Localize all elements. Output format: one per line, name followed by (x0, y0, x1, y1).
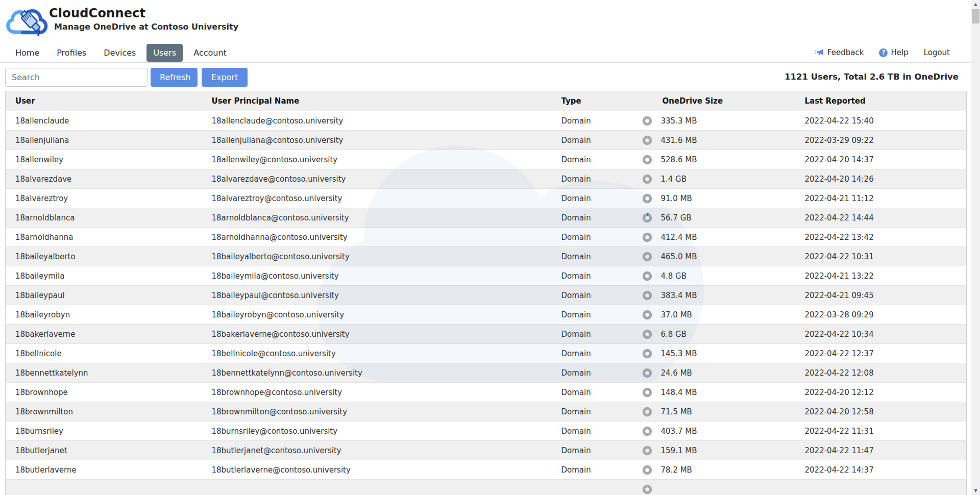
scroll-down-arrow-icon[interactable]: ▼ (971, 486, 980, 495)
last-reported-cell (805, 480, 967, 495)
size-text: 56.7 GB (661, 213, 692, 222)
table-row[interactable]: 18baileypaul 18baileypaul@contoso.univer… (6, 286, 967, 305)
megaphone-icon (815, 49, 824, 57)
column-header-last-reported[interactable]: Last Reported (805, 91, 967, 111)
size-text: 148.4 MB (661, 388, 697, 397)
user-cell: 18burnsriley (6, 422, 212, 441)
nav-tab-profiles[interactable]: Profiles (50, 44, 93, 62)
cloudconnect-logo-icon (4, 3, 48, 36)
table-row[interactable]: 18allenwiley 18allenwiley@contoso.univer… (6, 150, 967, 169)
onedrive-usage-donut-icon (642, 213, 652, 223)
last-reported-cell: 2022-04-22 11:31 (805, 422, 967, 441)
table-toolbar: Refresh Export 1121 Users, Total 2.6 TB … (0, 63, 980, 91)
upn-cell: 18burnsriley@contoso.university (212, 422, 561, 441)
user-cell: 18baileyrobyn (6, 305, 212, 325)
size-text: 4.8 GB (661, 271, 687, 281)
size-text: 91.0 MB (661, 194, 692, 203)
user-cell: 18arnoldhanna (6, 228, 212, 247)
table-row[interactable]: 18allenclaude 18allenclaude@contoso.univ… (6, 111, 967, 131)
table-row[interactable]: 18brownhope 18brownhope@contoso.universi… (6, 383, 967, 402)
size-text: 403.7 MB (661, 427, 697, 436)
table-row[interactable]: 18brownmilton 18brownmilton@contoso.univ… (6, 402, 967, 422)
type-cell: Domain (561, 169, 638, 189)
app-title: CloudConnect (49, 6, 238, 20)
size-text: 159.1 MB (661, 446, 697, 455)
upn-cell: 18baileypaul@contoso.university (212, 286, 561, 305)
table-row[interactable]: 18alvarezdave 18alvarezdave@contoso.univ… (6, 169, 967, 189)
onedrive-usage-donut-icon (642, 135, 652, 145)
upn-cell (212, 480, 561, 495)
table-row[interactable]: 18baileymila 18baileymila@contoso.univer… (6, 266, 967, 286)
type-cell: Domain (561, 325, 638, 344)
type-cell: Domain (561, 305, 638, 325)
table-row[interactable]: 18bakerlaverne 18bakerlaverne@contoso.un… (6, 325, 967, 344)
nav-utility-links: Feedback ? Help Logout (815, 43, 950, 62)
user-cell: 18bennettkatelynn (6, 363, 212, 383)
table-row[interactable]: 18baileyalberto 18baileyalberto@contoso.… (6, 247, 967, 266)
last-reported-cell: 2022-04-22 12:08 (805, 363, 967, 383)
size-text: 335.3 MB (661, 116, 697, 126)
column-header-user[interactable]: User (6, 91, 212, 111)
table-row[interactable] (6, 480, 967, 495)
table-row[interactable]: 18alvareztroy 18alvareztroy@contoso.univ… (6, 189, 967, 208)
column-header-upn[interactable]: User Principal Name (212, 91, 561, 111)
last-reported-cell: 2022-04-21 13:22 (805, 266, 967, 286)
nav-tab-account[interactable]: Account (187, 44, 233, 62)
nav-tab-devices[interactable]: Devices (97, 44, 142, 62)
onedrive-usage-donut-icon (642, 174, 652, 184)
question-mark-icon: ? (879, 48, 888, 57)
table-row[interactable]: 18arnoldhanna 18arnoldhanna@contoso.univ… (6, 228, 967, 247)
user-cell: 18alvareztroy (6, 189, 212, 208)
users-summary: 1121 Users, Total 2.6 TB in OneDrive (785, 63, 959, 91)
last-reported-cell: 2022-04-20 12:12 (805, 383, 967, 402)
onedrive-usage-donut-icon (642, 193, 652, 204)
onedrive-usage-donut-icon (642, 349, 652, 359)
column-header-onedrive-size[interactable]: OneDrive Size (638, 91, 805, 111)
type-cell: Domain (561, 363, 638, 383)
table-row[interactable]: 18arnoldblanca 18arnoldblanca@contoso.un… (6, 208, 967, 228)
upn-cell: 18alvareztroy@contoso.university (212, 189, 561, 208)
upn-cell: 18bennettkatelynn@contoso.university (212, 363, 561, 383)
upn-cell: 18allenclaude@contoso.university (212, 111, 561, 131)
search-input[interactable] (5, 68, 148, 87)
onedrive-usage-donut-icon (642, 116, 652, 126)
user-cell: 18bakerlaverne (6, 325, 212, 344)
last-reported-cell: 2022-04-20 14:26 (805, 169, 967, 189)
size-text: 1.4 GB (661, 175, 687, 184)
help-link[interactable]: ? Help (879, 48, 908, 57)
user-cell: 18allenwiley (6, 150, 212, 169)
nav-tab-users[interactable]: Users (146, 44, 183, 62)
user-cell (6, 480, 212, 495)
last-reported-cell: 2022-04-22 14:37 (805, 460, 967, 480)
table-row[interactable]: 18butlerlaverne 18butlerlaverne@contoso.… (6, 460, 967, 480)
vertical-scrollbar[interactable]: ▲ ▼ (971, 0, 980, 495)
logout-link[interactable]: Logout (924, 48, 950, 57)
feedback-link[interactable]: Feedback (815, 48, 864, 57)
onedrive-usage-donut-icon (642, 155, 652, 165)
upn-cell: 18butlerjanet@contoso.university (212, 441, 561, 460)
table-row[interactable]: 18allenjuliana 18allenjuliana@contoso.un… (6, 131, 967, 150)
refresh-button[interactable]: Refresh (151, 68, 198, 87)
size-text: 6.8 GB (661, 330, 687, 339)
export-button[interactable]: Export (202, 68, 248, 87)
column-header-type[interactable]: Type (561, 91, 638, 111)
upn-cell: 18brownhope@contoso.university (212, 383, 561, 402)
table-row[interactable]: 18bellnicole 18bellnicole@contoso.univer… (6, 344, 967, 363)
last-reported-cell: 2022-04-20 12:58 (805, 402, 967, 422)
last-reported-cell: 2022-03-28 09:29 (805, 305, 967, 325)
upn-cell: 18arnoldblanca@contoso.university (212, 208, 561, 228)
type-cell: Domain (561, 228, 638, 247)
scroll-up-arrow-icon[interactable]: ▲ (971, 0, 980, 9)
nav-tab-home[interactable]: Home (9, 44, 46, 62)
main-navbar: Home Profiles Devices Users Account Feed… (0, 43, 971, 63)
table-row[interactable]: 18bennettkatelynn 18bennettkatelynn@cont… (6, 363, 967, 383)
table-row[interactable]: 18baileyrobyn 18baileyrobyn@contoso.univ… (6, 305, 967, 325)
table-row[interactable]: 18burnsriley 18burnsriley@contoso.univer… (6, 422, 967, 441)
user-cell: 18allenclaude (6, 111, 212, 131)
onedrive-usage-donut-icon (642, 290, 652, 301)
type-cell: Domain (561, 131, 638, 150)
table-row[interactable]: 18butlerjanet 18butlerjanet@contoso.univ… (6, 441, 967, 460)
scrollbar-thumb[interactable] (972, 9, 979, 23)
type-cell: Domain (561, 402, 638, 422)
last-reported-cell: 2022-04-21 09:45 (805, 286, 967, 305)
